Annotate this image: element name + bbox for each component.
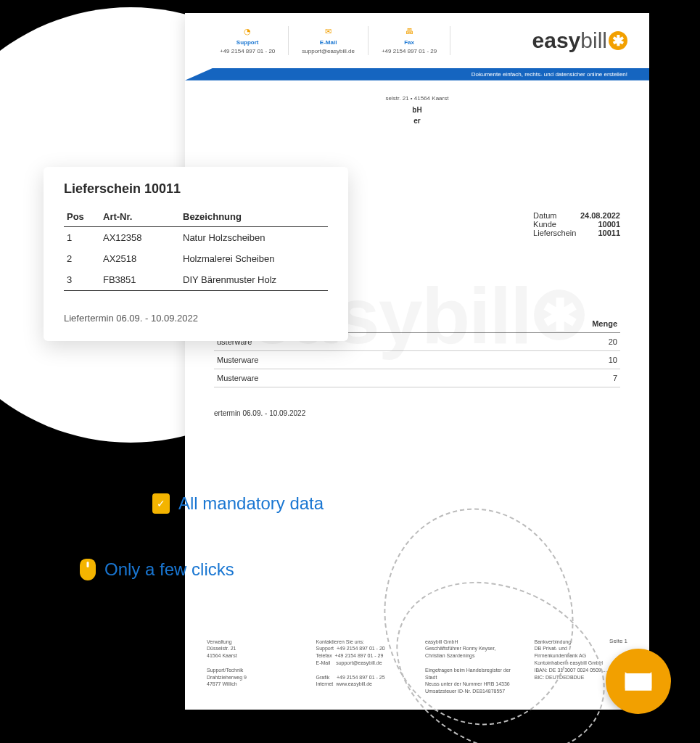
recipient-line1: bH <box>412 106 421 114</box>
zoom-detail-card: Lieferschein 10011 Pos Art-Nr. Bezeichnu… <box>44 167 348 341</box>
meta-doc-label: Lieferschein <box>533 229 576 237</box>
mouse-icon <box>80 559 96 580</box>
table-row: 2AX2518Holzmalerei Scheiben <box>64 248 328 269</box>
contact-fax: 🖷 Fax +49 2154 897 01 - 29 <box>368 26 450 55</box>
logo-star-icon: ✱ <box>609 31 627 50</box>
contact-fax-value: +49 2154 897 01 - 29 <box>382 47 437 55</box>
callout-mandatory-data: ✓ All mandatory data <box>152 493 324 514</box>
logo-text-bill: bill <box>580 28 607 53</box>
document-meta: Datum24.08.2022 Kunde10001 Lieferschein1… <box>533 211 620 237</box>
contact-support-label: Support <box>220 38 275 46</box>
footer-col-admin: Verwaltung Düsselstr. 21 41564 Kaarst Su… <box>207 639 300 695</box>
callout-clicks-text: Only a few clicks <box>104 559 234 580</box>
contact-email-label: E-Mail <box>302 38 355 46</box>
table-row: Musterware10 <box>214 350 620 369</box>
zoom-delivery-note: Liefertermin 06.09. - 10.09.2022 <box>64 313 328 324</box>
envelope-icon: ✉ <box>302 26 355 37</box>
callout-mandatory-text: All mandatory data <box>178 493 324 514</box>
table-row: 3FB3851DIY Bärenmuster Holz <box>64 269 328 291</box>
contact-email: ✉ E-Mail support@easybill.de <box>289 26 368 55</box>
table-row: 1AX12358Natur Holzscheiben <box>64 227 328 249</box>
recipient-fragment: bH er <box>214 104 620 126</box>
headset-icon: ◔ <box>220 26 275 37</box>
zoom-col-desc: Bezeichnung <box>180 207 328 227</box>
meta-customer-value: 10001 <box>598 220 620 229</box>
col-qty: Menge <box>459 315 620 333</box>
document-header: ◔ Support +49 2154 897 01 - 20 ✉ E-Mail … <box>185 13 649 62</box>
contact-fab-button[interactable] <box>606 649 671 714</box>
zoom-title: Lieferschein 10011 <box>64 181 328 197</box>
meta-customer-label: Kunde <box>533 220 556 229</box>
recipient-line2: er <box>413 117 420 125</box>
contact-support: ◔ Support +49 2154 897 01 - 20 <box>207 26 289 55</box>
contact-fax-label: Fax <box>382 38 437 46</box>
logo-text-easy: easy <box>532 28 581 53</box>
meta-date-label: Datum <box>533 211 556 220</box>
meta-date-value: 24.08.2022 <box>580 211 620 220</box>
delivery-date-note: ertermin 06.09. - 10.09.2022 <box>214 409 620 417</box>
envelope-icon <box>622 665 654 697</box>
easybill-logo: easybill✱ <box>532 28 627 53</box>
contact-support-value: +49 2154 897 01 - 20 <box>220 47 275 55</box>
fax-icon: 🖷 <box>382 26 437 37</box>
callout-few-clicks: Only a few clicks <box>80 559 234 580</box>
document-banner: Dokumente einfach, rechts- und datensich… <box>185 68 649 81</box>
zoom-items-table: Pos Art-Nr. Bezeichnung 1AX12358Natur Ho… <box>64 207 328 291</box>
sender-address-fragment: selstr. 21 • 41564 Kaarst <box>214 95 620 102</box>
zoom-col-art: Art-Nr. <box>100 207 180 227</box>
contact-email-value: support@easybill.de <box>302 47 355 55</box>
table-row: Musterware7 <box>214 369 620 387</box>
file-check-icon: ✓ <box>152 493 170 514</box>
zoom-col-pos: Pos <box>64 207 100 227</box>
meta-doc-value: 10011 <box>598 229 620 237</box>
